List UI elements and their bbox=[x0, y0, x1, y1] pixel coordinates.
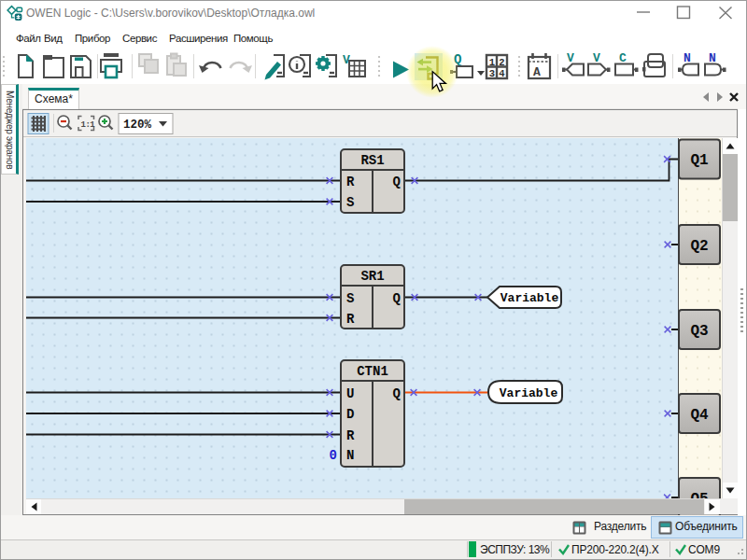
svg-text:0: 0 bbox=[330, 448, 337, 463]
svg-text:Q4: Q4 bbox=[690, 407, 709, 424]
svg-text:3: 3 bbox=[489, 68, 495, 79]
svg-text:S: S bbox=[346, 291, 354, 306]
svg-text:S: S bbox=[346, 195, 354, 210]
svg-text:N: N bbox=[346, 448, 354, 463]
svg-text:2: 2 bbox=[499, 57, 504, 68]
svg-text:Q3: Q3 bbox=[690, 323, 708, 340]
svg-text:4: 4 bbox=[499, 68, 504, 79]
svg-text:Q2: Q2 bbox=[690, 238, 708, 255]
svg-text:Q: Q bbox=[393, 386, 401, 401]
svg-text:D: D bbox=[346, 407, 354, 422]
svg-text:1: 1 bbox=[489, 57, 495, 68]
svg-text:SR1: SR1 bbox=[360, 269, 384, 284]
svg-text:Variable: Variable bbox=[500, 291, 559, 305]
svg-text:R: R bbox=[346, 175, 355, 189]
svg-text:Variable: Variable bbox=[500, 386, 558, 400]
svg-text:Q1: Q1 bbox=[690, 152, 708, 169]
svg-text:Q: Q bbox=[393, 175, 401, 189]
svg-text:CTN1: CTN1 bbox=[357, 364, 388, 379]
svg-text:A: A bbox=[533, 65, 541, 79]
svg-text:1:1: 1:1 bbox=[81, 120, 96, 130]
svg-text:R: R bbox=[346, 312, 355, 327]
svg-text:Q: Q bbox=[393, 291, 401, 306]
svg-text:U: U bbox=[346, 386, 354, 401]
svg-text:120%: 120% bbox=[123, 119, 152, 132]
svg-text:R: R bbox=[346, 428, 355, 443]
svg-text:RS1: RS1 bbox=[360, 153, 384, 168]
